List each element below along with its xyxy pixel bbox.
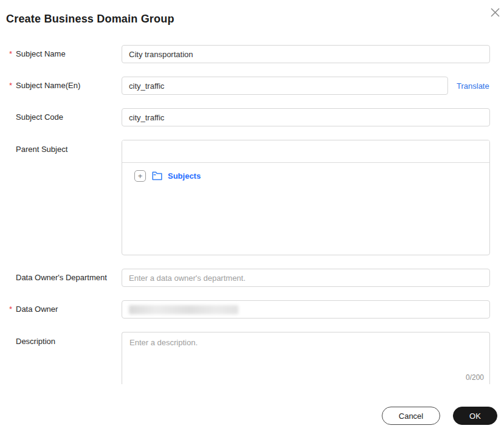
subject-name-en-input[interactable] xyxy=(122,77,448,95)
create-business-domain-group-dialog: Create Business Domain Group * Subject N… xyxy=(0,0,504,434)
dialog-footer: Cancel OK xyxy=(382,407,497,425)
row-subject-name: * Subject Name xyxy=(0,45,504,63)
subject-name-label: * Subject Name xyxy=(0,45,122,63)
description-char-counter: 0/200 xyxy=(466,373,484,382)
row-subject-code: Subject Code xyxy=(0,108,504,126)
subject-name-en-label: * Subject Name(En) xyxy=(0,77,122,95)
row-data-owner: * Data Owner xyxy=(0,300,504,319)
row-subject-name-en: * Subject Name(En) Translate xyxy=(0,77,504,95)
subject-code-label: Subject Code xyxy=(0,108,122,126)
data-owner-department-label: Data Owner's Department xyxy=(0,269,122,287)
data-owner-label: * Data Owner xyxy=(0,300,122,319)
tree-node-subjects[interactable]: + Subjects xyxy=(134,170,489,182)
subject-code-input[interactable] xyxy=(122,108,490,126)
tree-node-label: Subjects xyxy=(168,171,201,181)
parent-subject-tree: + Subjects xyxy=(122,163,489,182)
parent-subject-tree-panel: + Subjects xyxy=(122,140,490,255)
parent-subject-selected-input[interactable] xyxy=(122,140,489,163)
data-owner-input[interactable] xyxy=(122,300,490,319)
ok-button[interactable]: OK xyxy=(453,407,497,425)
required-marker: * xyxy=(9,45,12,63)
tree-expand-button[interactable]: + xyxy=(134,170,146,182)
close-icon xyxy=(490,7,500,18)
translate-link[interactable]: Translate xyxy=(457,81,489,91)
required-marker: * xyxy=(9,77,12,95)
close-button[interactable] xyxy=(487,4,503,20)
folder-icon xyxy=(152,171,162,181)
cancel-button[interactable]: Cancel xyxy=(382,407,440,425)
parent-subject-label: Parent Subject xyxy=(0,140,122,255)
row-data-owner-department: Data Owner's Department xyxy=(0,269,504,287)
subject-name-input[interactable] xyxy=(122,45,490,63)
form: * Subject Name * Subject Name(En) Transl… xyxy=(0,45,504,384)
required-marker: * xyxy=(9,300,12,319)
row-description: Description 0/200 xyxy=(0,332,504,384)
description-textarea[interactable] xyxy=(122,332,489,368)
row-parent-subject: Parent Subject + xyxy=(0,140,504,255)
description-label: Description xyxy=(0,332,122,384)
data-owner-redacted-value xyxy=(129,305,238,314)
dialog-title: Create Business Domain Group xyxy=(0,0,504,26)
data-owner-department-input[interactable] xyxy=(122,269,490,287)
description-box: 0/200 xyxy=(122,332,490,384)
